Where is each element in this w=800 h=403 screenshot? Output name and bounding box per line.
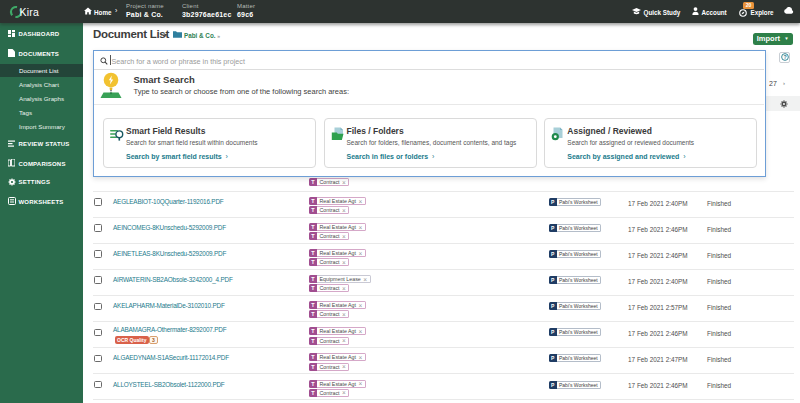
svg-text:?: ?: [783, 54, 786, 60]
